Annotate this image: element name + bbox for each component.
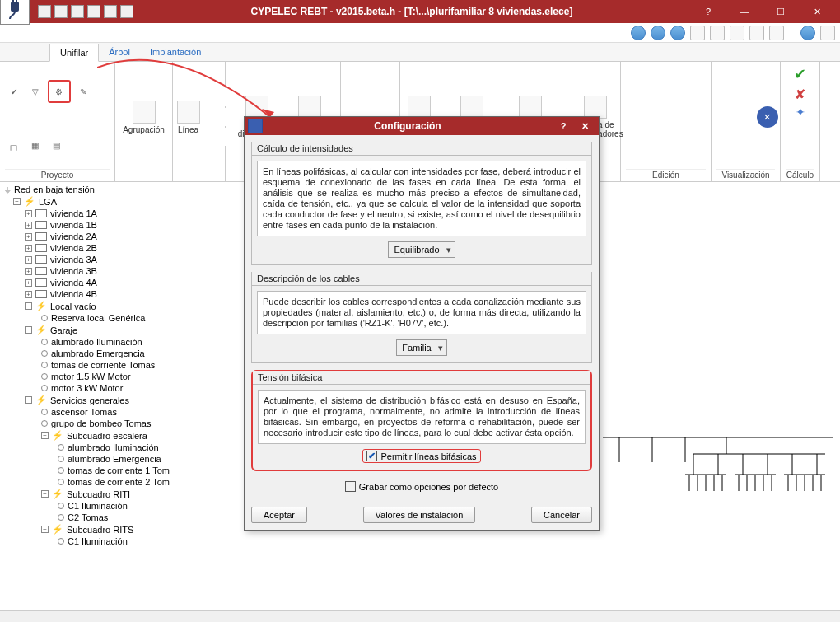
- display-icon[interactable]: [769, 26, 784, 40]
- tree-item[interactable]: +vivienda 2A: [2, 231, 210, 242]
- tree-item[interactable]: motor 3 kW Motor: [2, 382, 210, 394]
- tree-item[interactable]: alumbrado Iluminación: [2, 336, 210, 348]
- device1-icon[interactable]: [343, 65, 362, 83]
- tree-item[interactable]: tomas de corriente Tomas: [2, 359, 210, 371]
- ed8-icon[interactable]: [689, 135, 707, 153]
- ed6-icon[interactable]: [646, 135, 665, 153]
- agrupacion-icon[interactable]: [133, 101, 156, 124]
- ed4-icon[interactable]: [689, 82, 707, 100]
- tree-item[interactable]: +vivienda 3B: [2, 265, 210, 277]
- ed3-icon[interactable]: [668, 82, 686, 100]
- tab-unifilar[interactable]: Unifilar: [49, 44, 99, 62]
- tree-item[interactable]: alumbrado Emergencia: [2, 453, 210, 465]
- qa-save-icon[interactable]: [38, 5, 51, 18]
- tree-local[interactable]: Local vacío: [50, 302, 96, 311]
- qa-export-icon[interactable]: [104, 5, 117, 18]
- dialog-titlebar[interactable]: Configuración ? ✕: [245, 117, 599, 135]
- vis1-icon[interactable]: [714, 108, 732, 126]
- tree-reserva[interactable]: Reserva local Genérica: [51, 313, 145, 323]
- tree-item[interactable]: +vivienda 1B: [2, 219, 210, 231]
- cancel-button[interactable]: Cancelar: [531, 507, 592, 523]
- cuadro-icon[interactable]: [408, 96, 431, 119]
- tree-item[interactable]: C1 Iluminación: [2, 500, 210, 512]
- calc-x-icon[interactable]: ✘: [795, 87, 805, 102]
- tree-lga[interactable]: LGA: [39, 197, 57, 207]
- device4-icon[interactable]: [365, 87, 383, 105]
- ed2-icon[interactable]: [646, 82, 665, 100]
- checkbox-save-default[interactable]: Grabar como opciones por defecto: [345, 481, 498, 492]
- tree-item[interactable]: alumbrado Iluminación: [2, 442, 210, 453]
- values-button[interactable]: Valores de instalación: [363, 507, 476, 523]
- ed5-icon[interactable]: [625, 135, 643, 153]
- tree-item[interactable]: C2 Tomas: [2, 512, 210, 523]
- tree-item[interactable]: C1 Iluminación: [2, 535, 210, 547]
- doc-icon[interactable]: ▤: [48, 136, 66, 154]
- close-button[interactable]: ✕: [799, 0, 835, 23]
- zoom-in-icon[interactable]: [730, 26, 744, 40]
- tree-item[interactable]: +vivienda 4A: [2, 277, 210, 288]
- qa-print-icon[interactable]: [87, 5, 100, 18]
- horizontal-scrollbar[interactable]: [0, 610, 840, 622]
- tree-item[interactable]: alumbrado Emergencia: [2, 348, 210, 359]
- linea-icon[interactable]: [177, 101, 200, 124]
- vis2-icon[interactable]: [735, 108, 754, 126]
- minimize-button[interactable]: —: [726, 0, 763, 23]
- vis-close-icon[interactable]: ✕: [757, 106, 778, 128]
- device3-icon[interactable]: [343, 87, 362, 105]
- device2-icon[interactable]: [365, 65, 383, 83]
- tree-item[interactable]: tomas de corriente 1 Tom: [2, 465, 210, 476]
- grupo-icon[interactable]: [460, 96, 483, 119]
- tree-garaje[interactable]: Garaje: [50, 325, 77, 335]
- maximize-button[interactable]: ☐: [763, 0, 799, 23]
- tree-panel[interactable]: ⏚Red en baja tensión −⚡LGA +vivienda 1A+…: [0, 182, 212, 622]
- globe-check-icon[interactable]: [651, 26, 665, 40]
- pan-icon[interactable]: [749, 26, 764, 40]
- tree-item[interactable]: ascensor Tomas: [2, 406, 210, 418]
- combo-equilibrado[interactable]: Equilibrado: [388, 241, 455, 258]
- ed1-icon[interactable]: [625, 82, 643, 100]
- settings-gear-icon[interactable]: ⚙: [50, 82, 68, 101]
- tab-implantacion[interactable]: Implantación: [140, 44, 211, 62]
- edit-pencil-icon[interactable]: ✎: [74, 82, 92, 101]
- tab-arbol[interactable]: Árbol: [99, 44, 140, 62]
- about-icon[interactable]: [820, 26, 835, 40]
- wand-icon[interactable]: ✦: [796, 105, 805, 119]
- filter-icon[interactable]: ▽: [26, 82, 44, 101]
- calc-check-icon[interactable]: ✔: [794, 65, 806, 83]
- globe-search-icon[interactable]: [670, 26, 685, 40]
- tree-item[interactable]: motor 1.5 kW Motor: [2, 371, 210, 382]
- transf-icon[interactable]: [519, 96, 542, 119]
- carga-conc-icon[interactable]: [298, 96, 321, 119]
- title-bar: CYPELEC REBT - v2015.beta.h - [T:\...\pl…: [0, 0, 840, 23]
- bateria-icon[interactable]: [584, 96, 607, 119]
- pencil-icon[interactable]: [690, 26, 705, 40]
- tree-item[interactable]: grupo de bombeo Tomas: [2, 418, 210, 429]
- tree-sub-rits[interactable]: Subcuadro RITS: [67, 525, 133, 535]
- tree-item[interactable]: tomas de corriente 2 Tom: [2, 476, 210, 488]
- tree-servicios[interactable]: Servicios generales: [50, 395, 129, 405]
- tree-root[interactable]: Red en baja tensión: [14, 185, 95, 194]
- tree-item[interactable]: +vivienda 3A: [2, 254, 210, 265]
- tree-sub-esc[interactable]: Subcuadro escalera: [67, 431, 147, 441]
- help-globe-icon[interactable]: [800, 26, 815, 40]
- zoom-out-icon[interactable]: [710, 26, 725, 40]
- tree-item[interactable]: +vivienda 2B: [2, 242, 210, 254]
- help-button[interactable]: ?: [690, 0, 726, 23]
- accept-button[interactable]: Aceptar: [251, 507, 307, 523]
- globe-icon[interactable]: [631, 26, 646, 40]
- tree-item[interactable]: +vivienda 1A: [2, 208, 210, 219]
- checkbox-bifasica[interactable]: ✔Permitir líneas bifásicas: [362, 449, 480, 463]
- carga-dist-icon[interactable]: [245, 96, 268, 119]
- dialog-close-button[interactable]: ✕: [574, 118, 595, 134]
- panel-icon[interactable]: ▦: [26, 136, 44, 154]
- qa-undo-icon[interactable]: [54, 5, 68, 18]
- combo-familia[interactable]: Familia: [396, 339, 446, 356]
- schema-icon[interactable]: ┌┐: [5, 136, 23, 154]
- tree-item[interactable]: +vivienda 4B: [2, 288, 210, 300]
- qa-redo-icon[interactable]: [71, 5, 84, 18]
- ed7-icon[interactable]: [668, 135, 686, 153]
- qa-close-icon[interactable]: [120, 5, 133, 18]
- check-icon[interactable]: ✔: [5, 82, 23, 101]
- dialog-help-button[interactable]: ?: [553, 118, 574, 134]
- tree-sub-riti[interactable]: Subcuadro RITI: [67, 489, 130, 499]
